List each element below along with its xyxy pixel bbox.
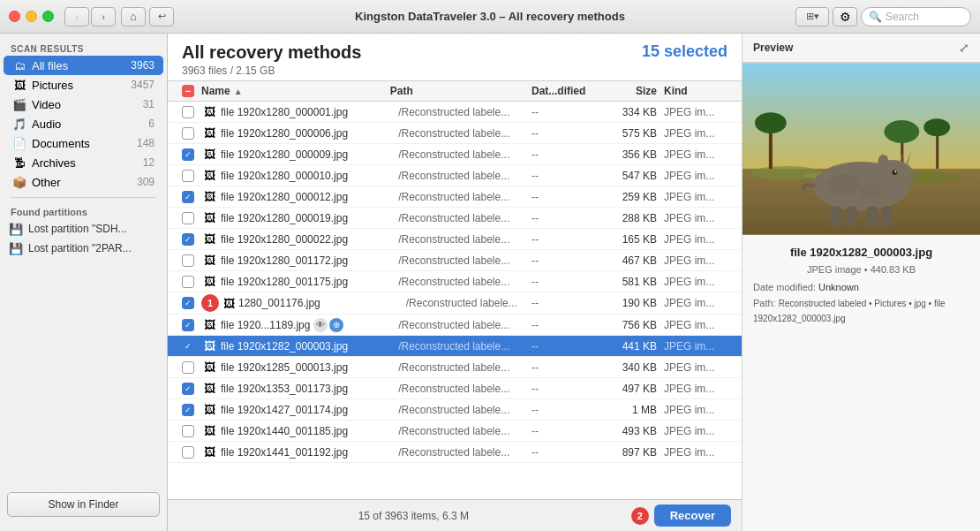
table-row[interactable]: 🖼 file 1920x1280_000019.jpg /Reconstruct… — [168, 208, 742, 229]
table-row[interactable]: 🖼 file 1920x1280_001175.jpg /Reconstruct… — [168, 271, 742, 292]
col-header-path[interactable]: Path — [390, 85, 531, 97]
content-header: All recovery methods 3963 files / 2.15 G… — [168, 34, 742, 80]
table-row[interactable]: 🖼 file 1920x1280_000022.jpg /Reconstruct… — [168, 229, 742, 250]
row-check[interactable] — [175, 340, 201, 353]
row-checkbox[interactable] — [182, 254, 194, 267]
home-button[interactable]: ⌂ — [121, 7, 146, 27]
sidebar-item-audio[interactable]: 🎵 Audio 6 — [4, 114, 163, 133]
table-row[interactable]: 🖼 file 1920x1280_000012.jpg /Reconstruct… — [168, 186, 742, 208]
file-icon: 🖼 — [201, 317, 217, 333]
file-date: -- — [531, 233, 602, 246]
view-button[interactable]: ⊞▾ — [795, 7, 829, 27]
search-box[interactable]: 🔍 Search — [861, 7, 971, 27]
forward-button[interactable]: › — [91, 7, 116, 27]
file-date: -- — [531, 404, 602, 416]
table-row[interactable]: 🖼 file 1920x1441_001192.jpg /Reconstruct… — [168, 442, 742, 463]
table-row[interactable]: 🖼 file 1920x1280_000009.jpg /Reconstruct… — [168, 144, 742, 165]
row-check[interactable] — [175, 191, 201, 203]
row-checkbox[interactable] — [182, 212, 194, 224]
preview-header: Preview ⤢ — [743, 34, 980, 63]
sidebar-item-video[interactable]: 🎬 Video 31 — [4, 95, 163, 114]
row-checkbox[interactable] — [182, 148, 194, 161]
row-check[interactable] — [175, 127, 201, 140]
file-kind: JPEG im... — [664, 212, 735, 224]
recover-button[interactable]: Recover — [654, 504, 731, 527]
row-check[interactable] — [175, 170, 201, 182]
table-row[interactable]: 🖼 file 1920x1280_000010.jpg /Reconstruct… — [168, 165, 742, 186]
row-check[interactable] — [175, 297, 201, 309]
col-header-size[interactable]: Size — [602, 85, 664, 97]
partition-item-sdh[interactable]: 💾 Lost partition "SDH... — [0, 219, 167, 239]
row-check[interactable] — [175, 361, 201, 374]
action-button[interactable]: ↩ — [149, 7, 174, 27]
row-check[interactable] — [175, 425, 201, 437]
row-check[interactable] — [175, 148, 201, 161]
sidebar-item-documents[interactable]: 📄 Documents 148 — [4, 133, 163, 153]
row-check[interactable] — [175, 319, 201, 331]
row-checkbox[interactable] — [182, 127, 194, 140]
row-check[interactable] — [175, 404, 201, 416]
file-name: file 1920x1440_001185.jpg — [221, 425, 398, 437]
col-header-date[interactable]: Dat...dified — [531, 85, 602, 97]
preview-panel: Preview ⤢ — [742, 34, 980, 531]
row-checkbox[interactable] — [182, 319, 194, 331]
header-check[interactable] — [175, 85, 201, 97]
table-row[interactable]: 🖼 file 1920x1353_001173.jpg /Reconstruct… — [168, 378, 742, 399]
status-text: 15 of 3963 items, 6.3 M — [358, 510, 469, 522]
row-check[interactable] — [175, 446, 201, 459]
col-header-name[interactable]: Name ▲ — [201, 85, 390, 97]
table-row[interactable]: 🖼 file 1920x1280_001172.jpg /Reconstruct… — [168, 250, 742, 271]
sidebar-item-other[interactable]: 📦 Other 309 — [4, 172, 163, 192]
row-check[interactable] — [175, 233, 201, 246]
file-kind: JPEG im... — [664, 106, 735, 118]
file-name: file 1920x1280_000022.jpg — [221, 233, 398, 246]
table-row[interactable]: 1 🖼 1280_001176.jpg /Reconstructed label… — [168, 292, 742, 315]
row-check[interactable] — [175, 212, 201, 224]
row-checkbox[interactable] — [182, 361, 194, 374]
row-checkbox[interactable] — [182, 170, 194, 182]
sidebar-item-pictures[interactable]: 🖼 Pictures 3457 — [4, 75, 163, 95]
row-checkbox[interactable] — [182, 404, 194, 416]
row-check[interactable] — [175, 106, 201, 118]
row-checkbox[interactable] — [182, 191, 194, 203]
row-checkbox[interactable] — [182, 340, 194, 353]
row-checkbox[interactable] — [182, 297, 194, 309]
sidebar-item-all-files[interactable]: 🗂 All files 3963 — [4, 56, 163, 75]
file-rows[interactable]: 🖼 file 1920x1280_000001.jpg /Reconstruct… — [168, 102, 742, 499]
row-checkbox[interactable] — [182, 233, 194, 246]
show-in-finder-button[interactable]: Show in Finder — [7, 492, 160, 517]
table-row[interactable]: 🖼 file 1920x1280_000006.jpg /Reconstruct… — [168, 123, 742, 144]
file-kind: JPEG im... — [664, 170, 735, 182]
row-checkbox[interactable] — [182, 446, 194, 459]
table-row[interactable]: 🖼 file 1920x1285_000013.jpg /Reconstruct… — [168, 357, 742, 378]
sidebar-count: 3963 — [131, 59, 155, 72]
row-checkbox[interactable] — [182, 276, 194, 288]
expand-icon[interactable]: ⤢ — [959, 41, 969, 55]
row-checkbox[interactable] — [182, 383, 194, 395]
table-row[interactable]: 🖼 file 1920x1280_000001.jpg /Reconstruct… — [168, 102, 742, 123]
col-header-kind[interactable]: Kind — [664, 85, 735, 97]
back-button[interactable]: ‹ — [64, 7, 89, 27]
sidebar-item-archives[interactable]: 🗜 Archives 12 — [4, 153, 163, 172]
table-row[interactable]: 🖼 file 1920x1440_001185.jpg /Reconstruct… — [168, 421, 742, 442]
minimize-button[interactable] — [26, 11, 37, 22]
file-icon: 🖼 — [201, 189, 217, 205]
pictures-icon: 🖼 — [12, 78, 26, 92]
row-check[interactable] — [175, 276, 201, 288]
row-check[interactable] — [175, 383, 201, 395]
selected-count: 15 selected — [642, 42, 727, 61]
close-button[interactable] — [9, 11, 20, 22]
maximize-button[interactable] — [42, 11, 54, 22]
settings-button[interactable]: ⚙ — [833, 7, 857, 27]
file-date: -- — [531, 425, 602, 437]
path-label: Path: — [753, 298, 776, 308]
partition-item-2par[interactable]: 💾 Lost partition "2PAR... — [0, 239, 167, 258]
row-check[interactable] — [175, 254, 201, 267]
row-checkbox[interactable] — [182, 425, 194, 437]
table-row[interactable]: 🖼 file 1920x1427_001174.jpg /Reconstruct… — [168, 399, 742, 421]
select-all-checkbox[interactable] — [182, 85, 194, 97]
file-size: 497 KB — [602, 383, 664, 395]
table-row[interactable]: 🖼 file 1920x1282_000003.jpg /Reconstruct… — [168, 336, 742, 357]
table-row[interactable]: 🖼 file 1920...1189.jpg 👁 ⊕ /Reconstructe… — [168, 315, 742, 336]
row-checkbox[interactable] — [182, 106, 194, 118]
